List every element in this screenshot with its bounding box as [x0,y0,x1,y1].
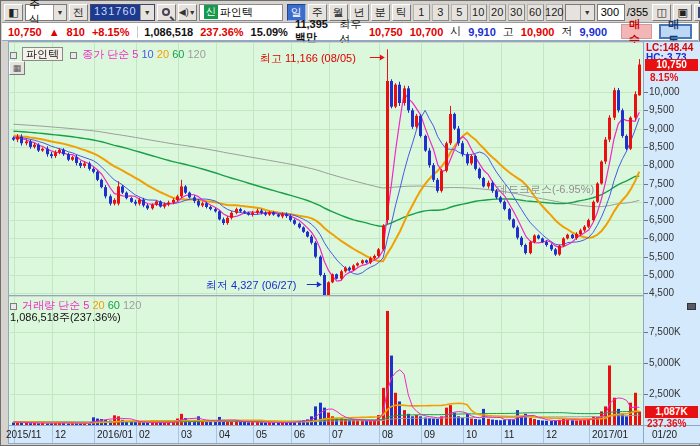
turnover-rate: 15.09% [251,26,288,38]
legend-vma120: 120 [123,299,141,311]
chevron-down-icon: ▼ [580,5,594,20]
price-axis-tick: 6,000 [649,232,674,243]
price-axis-tick: 9,500 [649,104,674,115]
current-volume-pct: 237.36% [647,418,686,429]
price-axis-tick: 6,500 [649,214,674,225]
current-pct-label: 8.15% [650,72,678,83]
x-axis-label: 2017/01 [592,429,628,440]
period-tick-button[interactable]: 틱 [392,4,411,21]
x-axis-label: 08 [382,429,393,440]
legend-stock-name: 파인텍 [22,47,63,61]
minute-10-button[interactable]: 10 [470,4,487,21]
stock-chart-window: ◧ 주식 ▼ 전 131760 ▼ ◀)▼ 신 파인텍 일 주 월 년 분 틱 … [0,0,700,446]
buy-button[interactable]: 매수 [621,24,652,39]
x-axis-label: 2016/01 [97,429,133,440]
high-price: 10,900 [521,26,555,38]
minute-1-button[interactable]: 1 [413,4,430,21]
current-price-box: 10,750 [645,59,698,71]
sell-button[interactable]: 매도 [659,24,692,39]
price-axis-tick: 4,500 [649,287,674,298]
best-bid: 10,750 [369,26,403,38]
low-annotation: 최저 4,327 (06/27) [206,278,297,293]
save-icon[interactable] [694,4,700,21]
minute-5-button[interactable]: 5 [451,4,468,21]
minute-60-button[interactable]: 60 [527,4,544,21]
volume-ratio: 237.36% [200,26,243,38]
stock-name-field: 신 파인텍 [199,4,283,21]
period-minute-button[interactable]: 분 [371,4,390,21]
legend-ma5: 5 [132,48,138,60]
stock-code-input[interactable]: 131760 ▼ [90,4,155,21]
legend-checkbox-icon[interactable] [10,303,17,310]
price-axis-tick: 5,000 [649,269,674,280]
bar-count-input[interactable]: 300 [597,4,625,21]
minute-20-button[interactable]: 20 [489,4,506,21]
chevron-down-icon[interactable]: ▼ [140,5,154,20]
interval-select[interactable]: ▼ [565,4,595,21]
price-axis-tick: 5,500 [649,251,674,262]
x-axis-label: 09 [424,429,435,440]
legend-ma60: 60 [172,48,184,60]
legend-ma10: 10 [142,48,154,60]
price-axis-tick: 7,000 [649,196,674,207]
price-change-pct: +8.15% [92,26,130,38]
chevron-down-icon[interactable]: ▼ [53,5,66,20]
stock-code-value: 131760 [91,5,140,20]
chevron-down-icon: ▼ [189,5,196,20]
low-label: 저 [561,24,572,39]
x-axis-label: 05 [256,429,267,440]
low-price: 9,900 [579,26,607,38]
price-change: 810 [67,26,85,38]
volume-axis-tick: 2,500K [649,388,681,399]
chart-grid-button[interactable]: ▦ [9,61,25,75]
bar-count-value: 300 [598,6,624,18]
x-axis-label: 02 [139,429,150,440]
asset-type-select[interactable]: 주식 ▼ [25,4,67,21]
x-axis-label: 04 [219,429,230,440]
minute-30-button[interactable]: 30 [508,4,525,21]
panel-toggle-icon[interactable]: ◧ [4,4,23,21]
open-price: 9,910 [468,26,496,38]
volume-reading: 1,086,518주(237.36%) [10,310,121,325]
price-axis-tick: 8,000 [649,159,674,170]
legend-checkbox-icon[interactable] [10,52,17,59]
quote-infobar: 10,750 ▲ 810 +8.15% 1,086,518 237.36% 15… [2,23,698,41]
legend-ma20: 20 [157,48,169,60]
minute-120-button[interactable]: 120 [546,4,563,21]
chart-area: 파인텍 종가 단순 5 10 20 60 120 ▦ 최고 11,166 (08… [2,41,700,446]
legend-ma120: 120 [187,48,205,60]
x-axis-corner-date: 01/20 [652,429,677,440]
speaker-icon[interactable]: ◀)▼ [178,4,197,21]
price-axis-tick: 10,000 [649,86,680,97]
prev-stock-button[interactable]: 전 [69,4,88,21]
legend-checkbox-icon[interactable] [70,52,77,59]
legend-ma-type: 종가 단순 [82,48,129,60]
x-axis-label: 10 [466,429,477,440]
high-label: 고 [503,24,514,39]
price-axis-tick: 7,500 [649,178,674,189]
price-axis-tick: 8,500 [649,141,674,152]
x-axis-label: 06 [294,429,305,440]
price-pane-legend: 파인텍 종가 단순 5 10 20 60 120 [10,47,206,62]
stock-name: 파인텍 [220,5,253,20]
open-label: 시 [450,24,461,39]
x-axis-label: 11 [504,429,514,440]
current-price: 10,750 [8,26,42,38]
volume-value: 1,086,518 [144,26,193,38]
up-arrow-icon: ▲ [49,26,60,38]
pane-mini-icon[interactable] [687,303,696,310]
x-axis-label: 03 [181,429,192,440]
current-volume-box: 1,087K [645,406,698,418]
price-axis-tick: 9,000 [649,123,674,134]
x-axis-label: 12 [546,429,557,440]
new-stock-badge: 신 [204,5,218,19]
minute-3-button[interactable]: 3 [432,4,449,21]
high-annotation: 최고 11,166 (08/05) [260,51,356,66]
chart-canvas[interactable] [2,41,700,446]
x-axis-label: 07 [332,429,343,440]
volume-axis-tick: 7,500K [649,326,681,337]
x-axis-label: 12 [55,429,66,440]
volume-axis-tick: 5,000K [649,357,681,368]
search-icon[interactable] [157,4,176,21]
x-axis-label: 2015/11 [6,429,41,440]
